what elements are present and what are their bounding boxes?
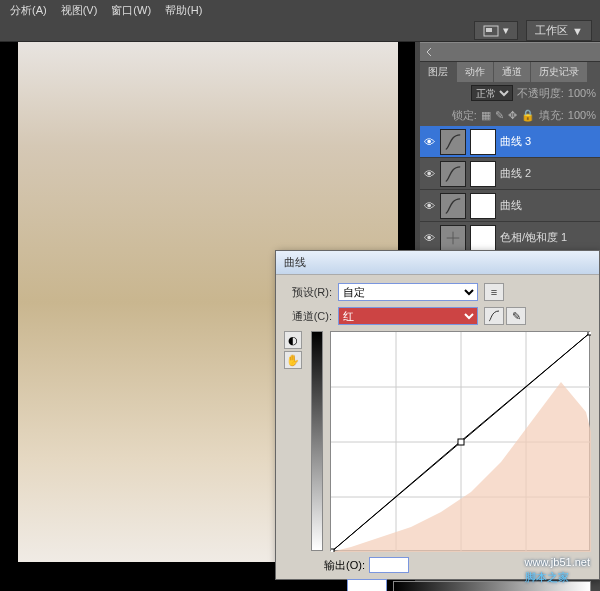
layer-mask-thumb[interactable] — [470, 225, 496, 251]
lock-label: 锁定: — [452, 108, 477, 123]
menubar: 分析(A) 视图(V) 窗口(W) 帮助(H) — [0, 0, 600, 20]
chevron-left-icon — [424, 47, 434, 57]
panels-dock: 图层 动作 通道 历史记录 正常 不透明度: 100% 锁定: ▦ ✎ ✥ 🔒 … — [420, 42, 600, 254]
options-bar: ▾ 工作区 ▼ — [0, 20, 600, 42]
workspace-label: 工作区 — [535, 23, 568, 38]
visibility-icon[interactable]: 👁 — [422, 167, 436, 181]
tab-channels[interactable]: 通道 — [494, 62, 530, 82]
dialog-title[interactable]: 曲线 — [276, 251, 599, 275]
watermark-url: www.jb51.net — [525, 556, 590, 568]
curve-tool-button[interactable] — [484, 307, 504, 325]
menu-analyze[interactable]: 分析(A) — [4, 1, 53, 20]
channel-row: 通道(C): 红 ✎ — [284, 307, 591, 325]
watermark: www.jb51.net 脚本之家 — [525, 556, 590, 585]
layer-row[interactable]: 👁 曲线 3 — [420, 126, 600, 158]
channel-label: 通道(C): — [284, 309, 332, 324]
layer-mask-thumb[interactable] — [470, 161, 496, 187]
watermark-text: 脚本之家 — [525, 571, 569, 583]
blend-mode-select[interactable]: 正常 — [471, 85, 513, 101]
tab-history[interactable]: 历史记录 — [531, 62, 587, 82]
workspace-button[interactable]: 工作区 ▼ — [526, 20, 592, 41]
curves-adjustment-icon — [440, 161, 466, 187]
screen-icon — [483, 25, 499, 37]
layer-row[interactable]: 👁 曲线 — [420, 190, 600, 222]
svg-rect-1 — [486, 28, 492, 32]
menu-view[interactable]: 视图(V) — [55, 1, 104, 20]
curve-handle[interactable] — [458, 439, 464, 445]
point-tool-button[interactable]: ◐ — [284, 331, 302, 349]
output-label: 输出(O): — [324, 558, 365, 573]
lock-all-icon[interactable]: 🔒 — [521, 109, 535, 122]
menu-help[interactable]: 帮助(H) — [159, 1, 208, 20]
preset-label: 预设(R): — [284, 285, 332, 300]
curve-handle[interactable] — [588, 332, 591, 335]
input-label: 输入(I): — [306, 580, 341, 592]
output-gradient — [311, 331, 323, 551]
fill-value[interactable]: 100% — [568, 109, 596, 121]
tab-actions[interactable]: 动作 — [457, 62, 493, 82]
channel-select[interactable]: 红 — [338, 307, 478, 325]
curves-adjustment-icon — [440, 193, 466, 219]
blend-row: 正常 不透明度: 100% — [420, 82, 600, 104]
hand-tool-button[interactable]: ✋ — [284, 351, 302, 369]
layer-mask-thumb[interactable] — [470, 129, 496, 155]
lock-transparent-icon[interactable]: ▦ — [481, 109, 491, 122]
curve-handle[interactable] — [331, 549, 334, 552]
pencil-tool-button[interactable]: ✎ — [506, 307, 526, 325]
screen-mode-button[interactable]: ▾ — [474, 21, 518, 40]
layer-name: 曲线 2 — [500, 166, 531, 181]
preset-menu-button[interactable]: ≡ — [484, 283, 504, 301]
curves-adjustment-icon — [440, 129, 466, 155]
chevron-down-icon: ▼ — [572, 25, 583, 37]
lock-row: 锁定: ▦ ✎ ✥ 🔒 填充: 100% — [420, 104, 600, 126]
output-field[interactable] — [369, 557, 409, 573]
lock-pixels-icon[interactable]: ✎ — [495, 109, 504, 122]
opacity-value[interactable]: 100% — [568, 87, 596, 99]
fill-label: 填充: — [539, 108, 564, 123]
panel-tabs: 图层 动作 通道 历史记录 — [420, 62, 600, 82]
layer-mask-thumb[interactable] — [470, 193, 496, 219]
curves-dialog: 曲线 预设(R): 自定 ≡ 通道(C): 红 ✎ ◐ ✋ — [275, 250, 600, 580]
input-field[interactable] — [347, 579, 387, 591]
preset-row: 预设(R): 自定 ≡ — [284, 283, 591, 301]
layer-name: 色相/饱和度 1 — [500, 230, 567, 245]
lock-position-icon[interactable]: ✥ — [508, 109, 517, 122]
tab-layers[interactable]: 图层 — [420, 62, 456, 82]
layers-list: 👁 曲线 3 👁 曲线 2 👁 曲线 👁 色相/饱和度 1 — [420, 126, 600, 254]
visibility-icon[interactable]: 👁 — [422, 199, 436, 213]
curve-graph[interactable] — [330, 331, 590, 551]
visibility-icon[interactable]: 👁 — [422, 231, 436, 245]
opacity-label: 不透明度: — [517, 86, 564, 101]
curve-area: ◐ ✋ — [284, 331, 591, 551]
huesat-adjustment-icon — [440, 225, 466, 251]
preset-select[interactable]: 自定 — [338, 283, 478, 301]
visibility-icon[interactable]: 👁 — [422, 135, 436, 149]
panel-collapse-bar[interactable] — [420, 42, 600, 62]
chevron-down-icon: ▾ — [503, 24, 509, 37]
menu-window[interactable]: 窗口(W) — [105, 1, 157, 20]
layer-name: 曲线 — [500, 198, 522, 213]
layer-name: 曲线 3 — [500, 134, 531, 149]
layer-row[interactable]: 👁 曲线 2 — [420, 158, 600, 190]
